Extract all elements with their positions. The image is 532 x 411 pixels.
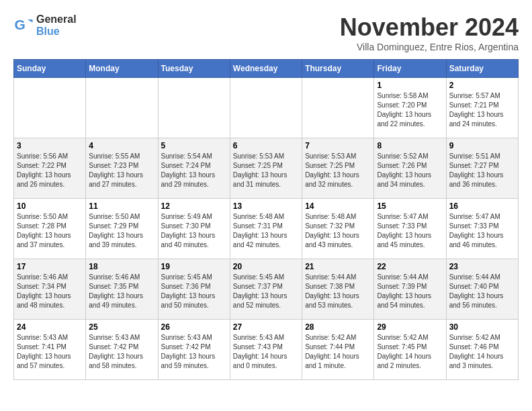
calendar-week-4: 17Sunrise: 5:46 AM Sunset: 7:34 PM Dayli… bbox=[14, 259, 519, 320]
svg-marker-1 bbox=[28, 19, 33, 23]
header-monday: Monday bbox=[86, 60, 158, 78]
header-thursday: Thursday bbox=[302, 60, 374, 78]
calendar-cell-0-0 bbox=[14, 78, 86, 138]
calendar-cell-1-5: 8Sunrise: 5:52 AM Sunset: 7:26 PM Daylig… bbox=[374, 138, 446, 199]
day-info: Sunrise: 5:46 AM Sunset: 7:34 PM Dayligh… bbox=[17, 273, 83, 310]
day-number: 20 bbox=[233, 262, 299, 271]
day-number: 17 bbox=[17, 262, 83, 271]
calendar-cell-3-6: 23Sunrise: 5:44 AM Sunset: 7:40 PM Dayli… bbox=[446, 259, 518, 320]
logo: G General Blue bbox=[13, 13, 77, 37]
calendar-week-3: 10Sunrise: 5:50 AM Sunset: 7:28 PM Dayli… bbox=[14, 199, 519, 259]
calendar-cell-0-3 bbox=[230, 78, 302, 138]
day-info: Sunrise: 5:43 AM Sunset: 7:42 PM Dayligh… bbox=[161, 333, 227, 371]
day-number: 18 bbox=[89, 262, 154, 271]
calendar-cell-2-6: 16Sunrise: 5:47 AM Sunset: 7:33 PM Dayli… bbox=[446, 199, 518, 259]
day-number: 1 bbox=[377, 81, 443, 90]
day-number: 13 bbox=[233, 201, 299, 211]
day-info: Sunrise: 5:51 AM Sunset: 7:27 PM Dayligh… bbox=[449, 152, 515, 189]
calendar-cell-2-1: 11Sunrise: 5:50 AM Sunset: 7:29 PM Dayli… bbox=[86, 199, 158, 259]
day-number: 14 bbox=[305, 201, 371, 211]
day-info: Sunrise: 5:48 AM Sunset: 7:31 PM Dayligh… bbox=[233, 212, 299, 250]
calendar-header: Sunday Monday Tuesday Wednesday Thursday… bbox=[14, 60, 519, 78]
calendar-cell-3-1: 18Sunrise: 5:46 AM Sunset: 7:35 PM Dayli… bbox=[86, 259, 158, 320]
day-number: 7 bbox=[305, 141, 371, 150]
calendar-cell-1-6: 9Sunrise: 5:51 AM Sunset: 7:27 PM Daylig… bbox=[446, 138, 518, 199]
calendar-body: 1Sunrise: 5:58 AM Sunset: 7:20 PM Daylig… bbox=[14, 78, 519, 380]
day-number: 5 bbox=[161, 141, 227, 150]
calendar-cell-1-1: 4Sunrise: 5:55 AM Sunset: 7:23 PM Daylig… bbox=[86, 138, 158, 199]
calendar-cell-1-3: 6Sunrise: 5:53 AM Sunset: 7:25 PM Daylig… bbox=[230, 138, 302, 199]
calendar-week-5: 24Sunrise: 5:43 AM Sunset: 7:41 PM Dayli… bbox=[14, 320, 519, 380]
svg-text:G: G bbox=[15, 17, 26, 32]
calendar-cell-1-2: 5Sunrise: 5:54 AM Sunset: 7:24 PM Daylig… bbox=[158, 138, 230, 199]
calendar-cell-0-5: 1Sunrise: 5:58 AM Sunset: 7:20 PM Daylig… bbox=[374, 78, 446, 138]
day-info: Sunrise: 5:45 AM Sunset: 7:36 PM Dayligh… bbox=[161, 273, 227, 310]
calendar-cell-1-0: 3Sunrise: 5:56 AM Sunset: 7:22 PM Daylig… bbox=[14, 138, 86, 199]
calendar-cell-3-2: 19Sunrise: 5:45 AM Sunset: 7:36 PM Dayli… bbox=[158, 259, 230, 320]
logo-blue: Blue bbox=[36, 26, 77, 38]
day-info: Sunrise: 5:50 AM Sunset: 7:29 PM Dayligh… bbox=[89, 212, 154, 250]
day-info: Sunrise: 5:53 AM Sunset: 7:25 PM Dayligh… bbox=[233, 152, 299, 189]
day-info: Sunrise: 5:44 AM Sunset: 7:39 PM Dayligh… bbox=[377, 273, 443, 310]
day-number: 21 bbox=[305, 262, 371, 271]
weekday-row: Sunday Monday Tuesday Wednesday Thursday… bbox=[14, 60, 519, 78]
day-info: Sunrise: 5:57 AM Sunset: 7:21 PM Dayligh… bbox=[449, 91, 515, 129]
day-info: Sunrise: 5:45 AM Sunset: 7:37 PM Dayligh… bbox=[233, 273, 299, 310]
header-tuesday: Tuesday bbox=[158, 60, 230, 78]
day-number: 29 bbox=[377, 322, 443, 332]
day-number: 22 bbox=[377, 262, 443, 271]
day-info: Sunrise: 5:55 AM Sunset: 7:23 PM Dayligh… bbox=[89, 152, 154, 189]
day-info: Sunrise: 5:46 AM Sunset: 7:35 PM Dayligh… bbox=[89, 273, 154, 310]
day-number: 23 bbox=[449, 262, 515, 271]
calendar-cell-0-6: 2Sunrise: 5:57 AM Sunset: 7:21 PM Daylig… bbox=[446, 78, 518, 138]
header-friday: Friday bbox=[374, 60, 446, 78]
calendar-cell-2-2: 12Sunrise: 5:49 AM Sunset: 7:30 PM Dayli… bbox=[158, 199, 230, 259]
header-sunday: Sunday bbox=[14, 60, 86, 78]
day-info: Sunrise: 5:42 AM Sunset: 7:46 PM Dayligh… bbox=[449, 333, 515, 371]
day-info: Sunrise: 5:54 AM Sunset: 7:24 PM Dayligh… bbox=[161, 152, 227, 189]
day-info: Sunrise: 5:58 AM Sunset: 7:20 PM Dayligh… bbox=[377, 91, 443, 129]
day-info: Sunrise: 5:43 AM Sunset: 7:42 PM Dayligh… bbox=[89, 333, 154, 371]
location-subtitle: Villa Dominguez, Entre Rios, Argentina bbox=[340, 42, 519, 52]
day-number: 8 bbox=[377, 141, 443, 150]
day-info: Sunrise: 5:52 AM Sunset: 7:26 PM Dayligh… bbox=[377, 152, 443, 189]
day-info: Sunrise: 5:42 AM Sunset: 7:45 PM Dayligh… bbox=[377, 333, 443, 371]
day-number: 25 bbox=[89, 322, 154, 332]
calendar-cell-1-4: 7Sunrise: 5:53 AM Sunset: 7:25 PM Daylig… bbox=[302, 138, 374, 199]
day-number: 12 bbox=[161, 201, 227, 211]
calendar-table: Sunday Monday Tuesday Wednesday Thursday… bbox=[13, 59, 519, 380]
header-saturday: Saturday bbox=[446, 60, 518, 78]
day-number: 10 bbox=[17, 201, 83, 211]
calendar-cell-4-0: 24Sunrise: 5:43 AM Sunset: 7:41 PM Dayli… bbox=[14, 320, 86, 380]
day-number: 9 bbox=[449, 141, 515, 150]
day-info: Sunrise: 5:49 AM Sunset: 7:30 PM Dayligh… bbox=[161, 212, 227, 250]
day-number: 19 bbox=[161, 262, 227, 271]
day-number: 15 bbox=[377, 201, 443, 211]
calendar-cell-4-3: 27Sunrise: 5:43 AM Sunset: 7:43 PM Dayli… bbox=[230, 320, 302, 380]
calendar-cell-0-4 bbox=[302, 78, 374, 138]
day-number: 6 bbox=[233, 141, 299, 150]
day-info: Sunrise: 5:48 AM Sunset: 7:32 PM Dayligh… bbox=[305, 212, 371, 250]
calendar-cell-2-4: 14Sunrise: 5:48 AM Sunset: 7:32 PM Dayli… bbox=[302, 199, 374, 259]
day-info: Sunrise: 5:53 AM Sunset: 7:25 PM Dayligh… bbox=[305, 152, 371, 189]
calendar-cell-3-0: 17Sunrise: 5:46 AM Sunset: 7:34 PM Dayli… bbox=[14, 259, 86, 320]
calendar-week-1: 1Sunrise: 5:58 AM Sunset: 7:20 PM Daylig… bbox=[14, 78, 519, 138]
calendar-cell-4-4: 28Sunrise: 5:42 AM Sunset: 7:44 PM Dayli… bbox=[302, 320, 374, 380]
calendar-cell-4-5: 29Sunrise: 5:42 AM Sunset: 7:45 PM Dayli… bbox=[374, 320, 446, 380]
logo-general: General bbox=[36, 13, 77, 26]
day-info: Sunrise: 5:56 AM Sunset: 7:22 PM Dayligh… bbox=[17, 152, 83, 189]
day-number: 30 bbox=[449, 322, 515, 332]
calendar-cell-4-2: 26Sunrise: 5:43 AM Sunset: 7:42 PM Dayli… bbox=[158, 320, 230, 380]
day-number: 28 bbox=[305, 322, 371, 332]
day-number: 4 bbox=[89, 141, 154, 150]
day-number: 3 bbox=[17, 141, 83, 150]
calendar-cell-4-1: 25Sunrise: 5:43 AM Sunset: 7:42 PM Dayli… bbox=[86, 320, 158, 380]
day-info: Sunrise: 5:50 AM Sunset: 7:28 PM Dayligh… bbox=[17, 212, 83, 250]
day-number: 16 bbox=[449, 201, 515, 211]
calendar-cell-3-5: 22Sunrise: 5:44 AM Sunset: 7:39 PM Dayli… bbox=[374, 259, 446, 320]
day-info: Sunrise: 5:47 AM Sunset: 7:33 PM Dayligh… bbox=[449, 212, 515, 250]
calendar-cell-2-5: 15Sunrise: 5:47 AM Sunset: 7:33 PM Dayli… bbox=[374, 199, 446, 259]
calendar-cell-3-4: 21Sunrise: 5:44 AM Sunset: 7:38 PM Dayli… bbox=[302, 259, 374, 320]
calendar-cell-4-6: 30Sunrise: 5:42 AM Sunset: 7:46 PM Dayli… bbox=[446, 320, 518, 380]
title-block: November 2024 Villa Dominguez, Entre Rio… bbox=[340, 13, 519, 52]
